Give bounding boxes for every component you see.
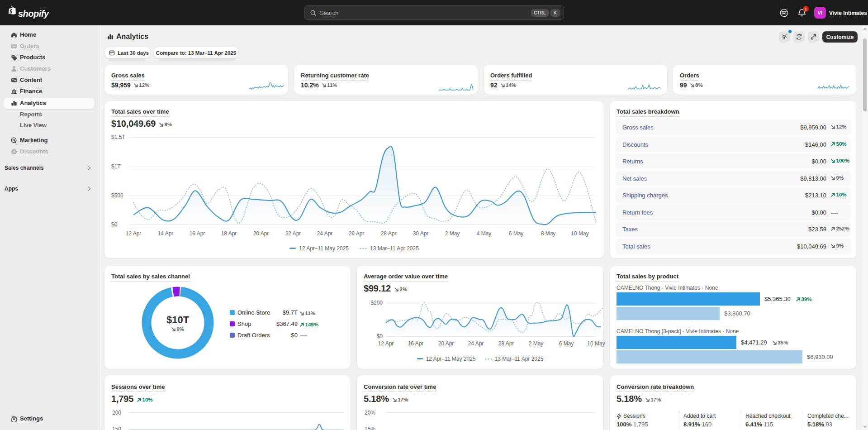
- svg-text:shopify: shopify: [18, 9, 49, 19]
